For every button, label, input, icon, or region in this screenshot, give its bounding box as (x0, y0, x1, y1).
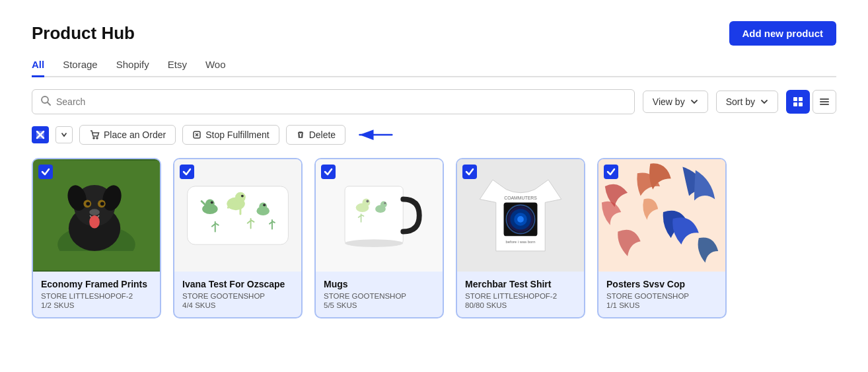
checkbox-0[interactable] (38, 165, 53, 179)
product-name-3: Merchbar Test Shirt (465, 278, 576, 290)
product-card-2[interactable]: Mugs STORE GootenShop 5/5 SKUS (314, 158, 444, 318)
svg-point-46 (363, 199, 371, 207)
product-card-1[interactable]: Ivana Test For Ozscape STORE GootenShop … (173, 158, 303, 318)
delete-label: Delete (309, 130, 336, 140)
product-skus-3: 80/80 SKUS (465, 301, 576, 309)
svg-point-56 (517, 216, 524, 223)
product-skus-0: 1/2 SKUS (41, 301, 152, 309)
svg-point-37 (235, 192, 246, 203)
svg-point-50 (384, 202, 386, 204)
svg-point-49 (380, 201, 387, 207)
stop-fulfillment-button[interactable]: Stop Fulfillment (182, 125, 279, 145)
svg-point-41 (263, 204, 266, 206)
checkbox-1[interactable] (180, 165, 194, 179)
controls-row: View by Sort by (32, 89, 836, 114)
svg-point-47 (366, 200, 369, 202)
stop-fulfillment-label: Stop Fulfillment (205, 130, 269, 140)
svg-rect-3 (799, 97, 803, 101)
product-card-4[interactable]: Posters Svsv Cop STORE GootenShop 1/1 SK… (597, 158, 727, 318)
sort-by-dropdown[interactable]: Sort by (716, 91, 778, 113)
product-name-4: Posters Svsv Cop (606, 278, 717, 290)
product-info-1: Ivana Test For Ozscape STORE GootenShop … (174, 272, 301, 317)
checkbox-3[interactable] (462, 165, 477, 179)
view-by-label: View by (653, 96, 685, 107)
grid-view-button[interactable] (786, 90, 810, 114)
tab-nav: All Storage Shopify Etsy Woo (32, 59, 836, 77)
checkbox-2[interactable] (321, 165, 336, 179)
checkbox-4[interactable] (604, 165, 618, 179)
svg-rect-4 (793, 102, 797, 106)
product-name-2: Mugs (324, 278, 435, 290)
product-store-3: STORE littleshopof-2 (465, 292, 576, 300)
list-view-button[interactable] (813, 90, 836, 114)
svg-rect-2 (793, 97, 797, 101)
svg-point-34 (205, 200, 215, 209)
svg-line-1 (48, 102, 50, 105)
product-info-3: Merchbar Test Shirt STORE littleshopof-2… (457, 272, 584, 317)
sort-by-label: Sort by (726, 96, 755, 107)
tab-woo[interactable]: Woo (205, 59, 226, 77)
svg-point-38 (241, 195, 244, 198)
svg-point-26 (86, 202, 90, 205)
svg-point-40 (259, 202, 267, 210)
place-order-label: Place an Order (104, 130, 166, 140)
select-dropdown-button[interactable] (55, 126, 73, 143)
product-skus-1: 4/4 SKUS (182, 301, 293, 309)
svg-point-28 (89, 209, 100, 215)
product-store-2: STORE GootenShop (324, 292, 435, 300)
svg-rect-7 (820, 101, 829, 102)
page-header: Product Hub Add new product (32, 21, 836, 46)
svg-rect-6 (820, 98, 829, 100)
search-box (32, 89, 635, 114)
svg-point-29 (89, 215, 100, 229)
product-name-0: Economy Framed Prints (41, 278, 152, 290)
select-all-button[interactable] (32, 126, 49, 143)
product-info-4: Posters Svsv Cop STORE GootenShop 1/1 SK… (598, 272, 725, 317)
svg-rect-30 (33, 251, 160, 270)
svg-point-13 (96, 137, 98, 139)
page-title: Product Hub (32, 23, 135, 44)
svg-point-44 (345, 239, 403, 247)
product-info-2: Mugs STORE GootenShop 5/5 SKUS (316, 272, 443, 317)
product-store-4: STORE GootenShop (606, 292, 717, 300)
product-grid: Economy Framed Prints STORE littleshopof… (32, 158, 836, 318)
delete-button[interactable]: Delete (286, 125, 345, 145)
product-name-1: Ivana Test For Ozscape (182, 278, 293, 290)
svg-text:before i was born: before i was born (506, 240, 536, 244)
search-input[interactable] (56, 96, 626, 107)
place-order-button[interactable]: Place an Order (79, 125, 176, 145)
tab-etsy[interactable]: Etsy (168, 59, 187, 77)
action-bar: Place an Order Stop Fulfillment Delete (32, 125, 836, 145)
product-store-1: STORE GootenShop (182, 292, 293, 300)
svg-rect-43 (345, 186, 403, 244)
view-toggle (786, 90, 836, 114)
view-by-dropdown[interactable]: View by (643, 91, 708, 113)
product-store-0: STORE littleshopof-2 (41, 292, 152, 300)
tab-all[interactable]: All (32, 59, 44, 77)
product-card-3[interactable]: COAMMUTERS before i was born Merchbar Te… (456, 158, 585, 318)
arrow-indicator (355, 125, 394, 145)
product-skus-4: 1/1 SKUS (606, 301, 717, 309)
svg-point-12 (93, 137, 94, 139)
svg-rect-8 (820, 104, 829, 105)
svg-point-35 (211, 201, 213, 204)
svg-text:COAMMUTERS: COAMMUTERS (504, 196, 537, 200)
svg-point-27 (100, 202, 104, 205)
product-skus-2: 5/5 SKUS (324, 301, 435, 309)
search-icon (40, 95, 51, 108)
svg-rect-5 (799, 102, 803, 106)
product-card-0[interactable]: Economy Framed Prints STORE littleshopof… (32, 158, 161, 318)
product-info-0: Economy Framed Prints STORE littleshopof… (33, 272, 160, 317)
tab-storage[interactable]: Storage (63, 59, 98, 77)
add-new-product-button[interactable]: Add new product (729, 21, 837, 46)
tab-shopify[interactable]: Shopify (116, 59, 149, 77)
